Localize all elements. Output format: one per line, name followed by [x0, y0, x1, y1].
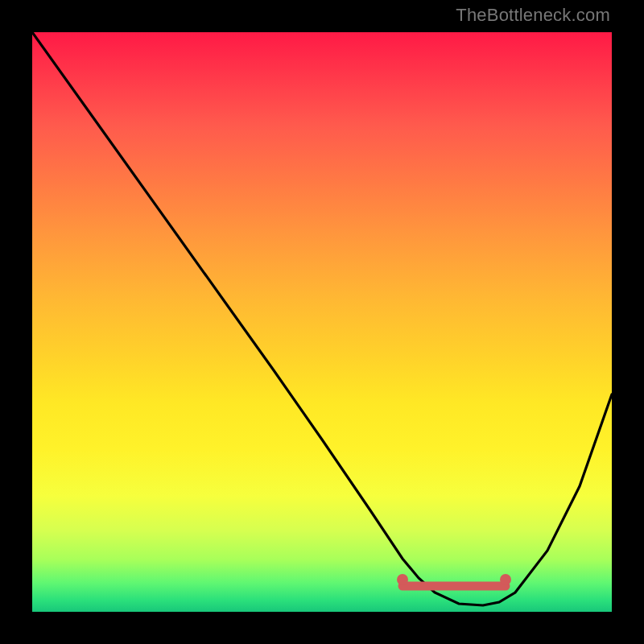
bottleneck-curve — [32, 32, 612, 605]
right-marker-icon — [500, 574, 511, 585]
watermark-text: TheBottleneck.com — [456, 5, 610, 26]
left-marker-icon — [397, 574, 408, 585]
chart-svg — [32, 32, 612, 612]
chart-frame: TheBottleneck.com — [0, 0, 644, 644]
plot-area — [32, 32, 612, 612]
